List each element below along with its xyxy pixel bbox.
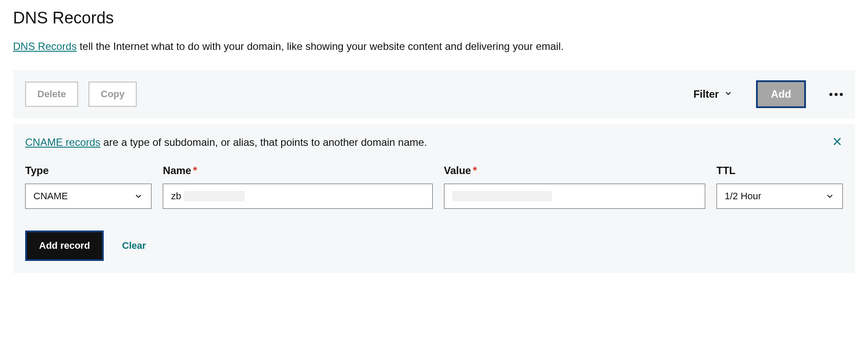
name-input-value[interactable]: zb — [171, 191, 181, 202]
form-group-value: Value* — [444, 165, 705, 209]
ttl-label: TTL — [717, 165, 843, 177]
filter-label: Filter — [694, 88, 719, 100]
name-input-wrapper: zb — [163, 184, 432, 209]
copy-button[interactable]: Copy — [89, 82, 137, 107]
form-row: Type CNAME Name* zb Value* — [25, 165, 843, 209]
page-title: DNS Records — [13, 9, 855, 27]
info-text: CNAME records are a type of subdomain, o… — [25, 136, 832, 148]
clear-button[interactable]: Clear — [122, 240, 146, 251]
delete-button[interactable]: Delete — [25, 82, 78, 107]
required-indicator: * — [193, 165, 197, 176]
required-indicator: * — [473, 165, 477, 176]
type-label: Type — [25, 165, 151, 177]
add-record-panel: CNAME records are a type of subdomain, o… — [13, 124, 855, 273]
chevron-down-icon — [134, 191, 143, 201]
info-row: CNAME records are a type of subdomain, o… — [25, 136, 843, 149]
description-text: DNS Records tell the Internet what to do… — [13, 40, 855, 53]
dns-records-link[interactable]: DNS Records — [13, 40, 77, 52]
form-group-type: Type CNAME — [25, 165, 151, 209]
type-select[interactable]: CNAME — [25, 184, 151, 209]
toolbar: Delete Copy Filter Add — [13, 70, 855, 119]
value-label-text: Value — [444, 165, 471, 176]
button-row: Add record Clear — [25, 231, 843, 261]
chevron-down-icon — [825, 191, 835, 201]
redacted-block — [452, 191, 552, 201]
redacted-block — [184, 191, 245, 201]
form-group-ttl: TTL 1/2 Hour — [717, 165, 843, 209]
filter-dropdown[interactable]: Filter — [694, 88, 733, 100]
more-icon[interactable] — [829, 93, 843, 96]
chevron-down-icon — [724, 88, 733, 100]
name-label-text: Name — [163, 165, 191, 176]
ttl-value: 1/2 Hour — [725, 191, 761, 202]
value-label: Value* — [444, 165, 705, 177]
name-label: Name* — [163, 165, 432, 177]
type-value: CNAME — [33, 191, 68, 202]
add-record-button[interactable]: Add record — [25, 231, 104, 261]
add-button[interactable]: Add — [756, 80, 806, 108]
info-text-rest: are a type of subdomain, or alias, that … — [100, 136, 427, 148]
close-icon[interactable] — [832, 136, 843, 149]
description-rest: tell the Internet what to do with your d… — [77, 40, 564, 52]
cname-records-link[interactable]: CNAME records — [25, 136, 100, 148]
ttl-select[interactable]: 1/2 Hour — [717, 184, 843, 209]
value-input-wrapper[interactable] — [444, 184, 705, 209]
form-group-name: Name* zb — [163, 165, 432, 209]
